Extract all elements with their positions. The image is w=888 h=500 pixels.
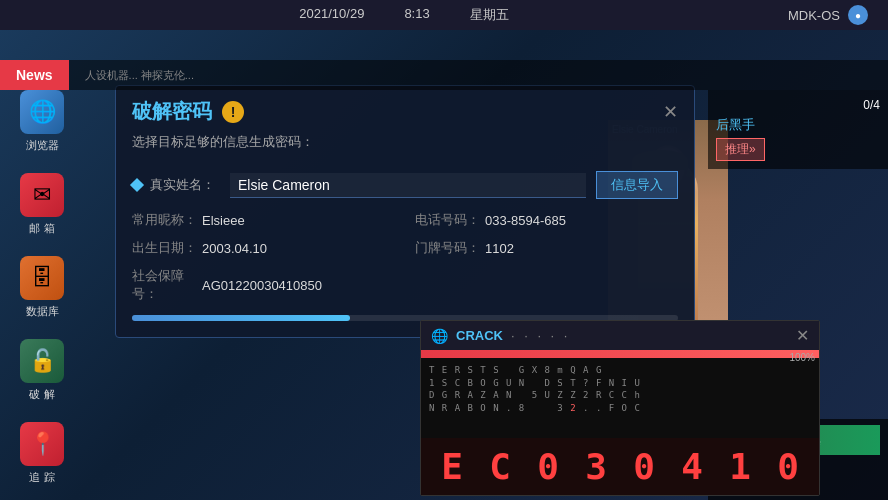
sidebar-item-browser[interactable]: 🌐 浏览器 <box>20 90 64 153</box>
import-button[interactable]: 信息导入 <box>596 171 678 199</box>
top-bar-right: MDK-OS ● <box>788 5 868 25</box>
result-char-0b: 0 <box>624 446 664 487</box>
ssn-value: AG01220030410850 <box>202 278 322 293</box>
birth-value: 2003.04.10 <box>202 241 267 256</box>
info-ssn: 社会保障号： AG01220030410850 <box>132 267 678 303</box>
terminal-code-line-1: T E R S T S G X 8 m Q A G <box>429 364 811 377</box>
info-grid: 常用昵称： Elsieee 电话号码： 033-8594-685 出生日期： 2… <box>132 211 678 303</box>
result-char-e: E <box>432 446 472 487</box>
taskbar-breadcrumb: 人设机器... 神探克伦... <box>69 68 888 83</box>
diamond-icon <box>130 178 144 192</box>
right-hint-panel: 0/4 后黑手 推理» <box>708 90 888 169</box>
sidebar-label-track: 追 踪 <box>29 470 54 485</box>
result-char-c: C <box>480 446 520 487</box>
modal-subtitle: 选择目标足够的信息生成密码： <box>116 133 694 163</box>
terminal-progress-label: 100% <box>789 352 815 363</box>
desktop: News 人设机器... 神探克伦... 🌐 浏览器 ✉ 邮 箱 🗄 数据库 🔓… <box>0 30 888 500</box>
terminal-body: T E R S T S G X 8 m Q A G 1 S C B O G U … <box>421 358 819 438</box>
reasoning-button[interactable]: 推理» <box>716 138 765 161</box>
sidebar-label-database: 数据库 <box>26 304 59 319</box>
terminal-code-line-2: 1 S C B O G U N D S T ? F N I U <box>429 377 811 390</box>
result-char-0: 0 <box>528 446 568 487</box>
sidebar-label-crack: 破 解 <box>29 387 54 402</box>
taskbar-top: News 人设机器... 神探克伦... <box>0 60 888 90</box>
info-nickname: 常用昵称： Elsieee <box>132 211 395 229</box>
result-char-1: 1 <box>720 446 760 487</box>
sidebar-label-mail: 邮 箱 <box>29 221 54 236</box>
terminal-title: CRACK <box>456 328 503 343</box>
sidebar-item-mail[interactable]: ✉ 邮 箱 <box>20 173 64 236</box>
terminal-code-line-4: N R A B O N . 8 3 2 . . F O C <box>429 402 811 415</box>
terminal-globe-icon: 🌐 <box>431 328 448 344</box>
birth-label: 出生日期： <box>132 239 202 257</box>
sidebar-label-browser: 浏览器 <box>26 138 59 153</box>
crack-icon: 🔓 <box>20 339 64 383</box>
modal-terminal: 🌐 CRACK · · · · · ✕ 100% T E R S T S G X… <box>420 320 820 496</box>
result-char-3: 3 <box>576 446 616 487</box>
terminal-result: E C 0 3 0 4 1 0 <box>421 438 819 495</box>
terminal-dots: · · · · · <box>511 328 571 343</box>
door-label: 门牌号码： <box>415 239 485 257</box>
nickname-label: 常用昵称： <box>132 211 202 229</box>
result-char-0c: 0 <box>768 446 808 487</box>
terminal-progress-wrapper: 100% <box>421 350 819 358</box>
name-label: 真实姓名： <box>150 176 230 194</box>
sidebar-item-crack[interactable]: 🔓 破 解 <box>20 339 64 402</box>
date-display: 2021/10/29 <box>299 6 364 24</box>
os-label: MDK-OS <box>788 8 840 23</box>
terminal-close-button[interactable]: ✕ <box>796 326 809 345</box>
nickname-value: Elsieee <box>202 213 245 228</box>
news-tab[interactable]: News <box>0 60 69 90</box>
time-display: 8:13 <box>404 6 429 24</box>
modal-header: 破解密码 ! ✕ <box>116 86 694 133</box>
info-phone: 电话号码： 033-8594-685 <box>415 211 678 229</box>
track-icon: 📍 <box>20 422 64 466</box>
door-value: 1102 <box>485 241 514 256</box>
modal-body: 真实姓名： 信息导入 常用昵称： Elsieee 电话号码： 033-8594-… <box>116 163 694 337</box>
name-input[interactable] <box>230 173 586 198</box>
terminal-code-line-3: D G R A Z A N 5 U Z Z 2 R C C h <box>429 389 811 402</box>
sidebar-item-database[interactable]: 🗄 数据库 <box>20 256 64 319</box>
suspect-label: 后黑手 <box>716 116 880 134</box>
modal-crack-password: 破解密码 ! ✕ 选择目标足够的信息生成密码： 真实姓名： 信息导入 常用昵称：… <box>115 85 695 338</box>
top-bar-center: 2021/10/29 8:13 星期五 <box>299 6 508 24</box>
modal-title: 破解密码 <box>132 98 212 125</box>
phone-value: 033-8594-685 <box>485 213 566 228</box>
info-door: 门牌号码： 1102 <box>415 239 678 257</box>
modal-close-button[interactable]: ✕ <box>663 101 678 123</box>
phone-label: 电话号码： <box>415 211 485 229</box>
result-char-4: 4 <box>672 446 712 487</box>
sidebar: 🌐 浏览器 ✉ 邮 箱 🗄 数据库 🔓 破 解 📍 追 踪 <box>20 90 64 485</box>
terminal-progress-fill <box>421 350 819 358</box>
database-icon: 🗄 <box>20 256 64 300</box>
progress-bar-fill <box>132 315 350 321</box>
info-birth: 出生日期： 2003.04.10 <box>132 239 395 257</box>
browser-icon: 🌐 <box>20 90 64 134</box>
counter-display: 0/4 <box>716 98 880 112</box>
name-field-row: 真实姓名： 信息导入 <box>132 171 678 199</box>
mail-icon: ✉ <box>20 173 64 217</box>
top-bar: 2021/10/29 8:13 星期五 MDK-OS ● <box>0 0 888 30</box>
sidebar-item-track[interactable]: 📍 追 踪 <box>20 422 64 485</box>
terminal-header: 🌐 CRACK · · · · · ✕ <box>421 321 819 350</box>
os-icon: ● <box>848 5 868 25</box>
ssn-label: 社会保障号： <box>132 267 202 303</box>
day-display: 星期五 <box>470 6 509 24</box>
warning-icon: ! <box>222 101 244 123</box>
terminal-progress-bar <box>421 350 819 358</box>
